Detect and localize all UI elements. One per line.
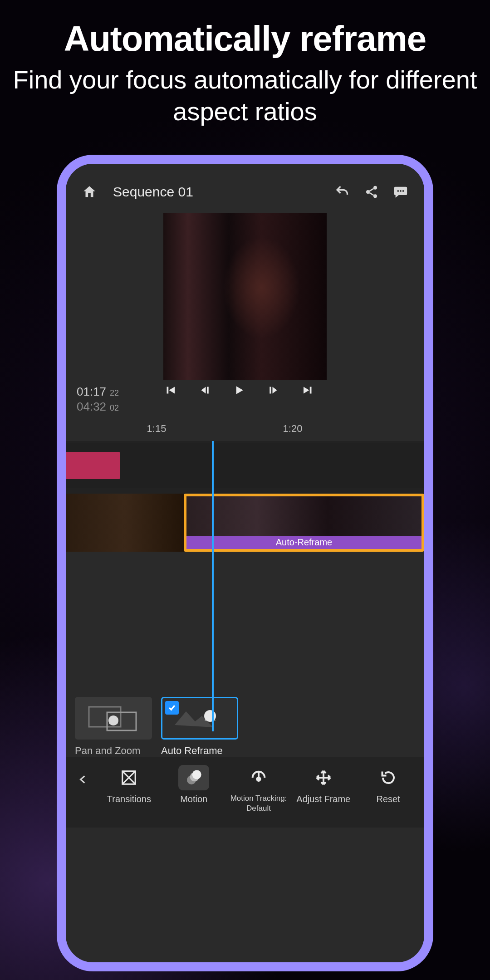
nav-label-line1: Motion Tracking: [230, 794, 287, 803]
app-topbar: Sequence 01 [66, 164, 424, 211]
nav-adjust-frame[interactable]: Adjust Frame [292, 765, 355, 804]
option-label: Auto Reframe [161, 745, 223, 757]
svg-point-1 [366, 190, 370, 194]
auto-reframe-icon [170, 702, 229, 734]
video-clip-2-selected[interactable]: Auto-Reframe [184, 494, 424, 552]
nav-transitions[interactable]: Transitions [98, 765, 161, 804]
current-time: 01:17 [77, 384, 106, 399]
promo-subline: Find your focus automatically for differ… [0, 64, 490, 127]
skip-next-icon[interactable] [301, 382, 315, 398]
pan-zoom-icon [86, 702, 141, 734]
svg-point-5 [402, 190, 404, 192]
ruler-tick: 1:20 [283, 423, 303, 435]
duration-frames: 02 [110, 403, 119, 413]
nav-label: Motion [180, 794, 207, 804]
svg-point-0 [373, 186, 377, 190]
timeline[interactable]: Auto-Reframe [66, 441, 424, 692]
nav-motion-tracking[interactable]: Motion Tracking: Default [227, 765, 290, 813]
svg-point-3 [397, 190, 399, 192]
timeline-ruler[interactable]: 1:15 1:20 [66, 423, 424, 441]
video-preview[interactable] [66, 213, 424, 380]
nav-label-line2: Default [246, 804, 271, 813]
sequence-title: Sequence 01 [113, 184, 323, 200]
play-icon[interactable] [232, 382, 246, 398]
current-frames: 22 [110, 388, 119, 398]
svg-point-13 [192, 770, 201, 779]
audio-track[interactable] [66, 443, 424, 488]
option-auto-reframe[interactable]: Auto Reframe [161, 697, 238, 757]
duration-time: 04:32 [77, 399, 106, 414]
clip-effect-label: Auto-Reframe [186, 536, 421, 549]
nav-reset[interactable]: Reset [357, 765, 420, 804]
nav-label: Adjust Frame [296, 794, 350, 804]
back-button[interactable] [70, 765, 96, 789]
undo-icon[interactable] [333, 182, 353, 202]
motion-icon [185, 769, 203, 787]
reset-icon [379, 769, 398, 786]
frame-back-icon[interactable] [198, 382, 211, 398]
chat-icon[interactable] [391, 182, 411, 202]
transitions-icon [120, 769, 137, 786]
svg-point-4 [400, 190, 402, 192]
bottom-toolbar: Transitions Motion Motion Tracking: Defa… [66, 757, 424, 828]
promo-headline: Automatically reframe [0, 18, 490, 59]
home-icon[interactable] [79, 182, 99, 202]
motion-options-row: Pan and Zoom Auto Reframe [66, 692, 424, 757]
preview-frame [163, 213, 327, 380]
device-frame: Sequence 01 01:1722 04:3202 1:15 1:20 [57, 155, 433, 971]
svg-point-2 [373, 194, 377, 198]
share-icon[interactable] [362, 182, 382, 202]
option-label: Pan and Zoom [75, 745, 140, 757]
motion-tracking-icon [250, 769, 268, 787]
nav-motion[interactable]: Motion [162, 765, 225, 804]
svg-point-14 [257, 778, 260, 781]
frame-forward-icon[interactable] [267, 382, 280, 398]
checkmark-icon [165, 701, 179, 715]
audio-clip[interactable] [66, 452, 120, 479]
option-pan-and-zoom[interactable]: Pan and Zoom [75, 697, 152, 757]
ruler-tick: 1:15 [147, 423, 167, 435]
nav-label: Reset [376, 794, 400, 804]
playback-controls [119, 382, 359, 398]
video-track[interactable]: Auto-Reframe [66, 494, 424, 552]
move-icon [314, 769, 333, 787]
video-clip-1[interactable] [66, 494, 184, 552]
playhead[interactable] [212, 441, 214, 731]
skip-previous-icon[interactable] [163, 382, 177, 398]
timecode-display: 01:1722 04:3202 [77, 384, 119, 414]
nav-label: Transitions [107, 794, 151, 804]
